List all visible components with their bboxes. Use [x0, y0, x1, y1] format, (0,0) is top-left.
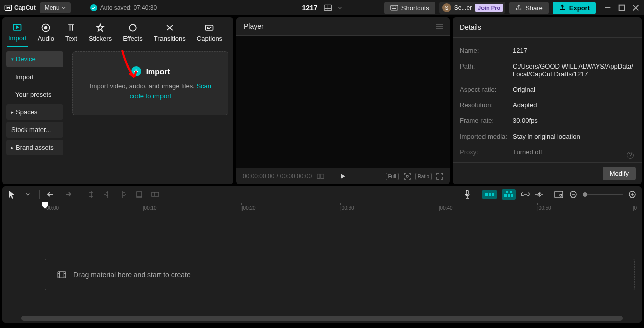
annotation-arrow: [118, 48, 143, 83]
tool-dropdown[interactable]: [23, 190, 32, 199]
avatar: S: [442, 3, 451, 12]
delete-left-tool[interactable]: [103, 190, 112, 199]
ruler-tick: 00:00: [46, 205, 59, 211]
sidebar-item-spaces[interactable]: ▸Spaces: [6, 104, 63, 120]
close-button[interactable]: [632, 4, 640, 12]
svg-rect-44: [58, 272, 66, 278]
svg-rect-35: [508, 194, 510, 197]
mic-button[interactable]: [463, 190, 472, 199]
ruler-tick: |0: [633, 205, 637, 211]
user-name: Se...er: [454, 4, 472, 11]
split-tool[interactable]: [87, 190, 96, 199]
detail-label-imported: Imported media:: [460, 133, 513, 140]
sidebar-item-brand[interactable]: ▸Brand assets: [6, 140, 63, 155]
crop-tool[interactable]: [135, 190, 144, 199]
tab-import[interactable]: Import: [7, 20, 28, 47]
undo-button[interactable]: [47, 190, 56, 199]
sidebar-item-import[interactable]: Import: [6, 69, 63, 85]
link-toggle[interactable]: [521, 190, 530, 199]
layout-icon[interactable]: [324, 4, 332, 11]
zoom-slider[interactable]: [583, 194, 623, 195]
ruler-tick: |00:50: [537, 205, 551, 211]
snap-toggle[interactable]: [535, 190, 544, 199]
maximize-button[interactable]: [618, 4, 626, 12]
shortcuts-button[interactable]: Shortcuts: [384, 2, 435, 14]
compare-icon[interactable]: [317, 173, 324, 180]
detail-value-proxy: Turned off: [513, 148, 542, 156]
user-chip[interactable]: S Se...er Join Pro: [439, 2, 505, 14]
tab-transitions[interactable]: Transitions: [153, 21, 187, 46]
player-viewport[interactable]: [236, 36, 450, 168]
media-sidebar: ▾Device Import Your presets ▸Spaces Stoc…: [2, 47, 67, 184]
import-drop-zone[interactable]: + Import Import video, audio, and image …: [72, 51, 228, 115]
timeline-scrollbar[interactable]: [21, 316, 623, 321]
svg-rect-28: [466, 190, 468, 195]
chevron-down-icon[interactable]: [338, 6, 342, 10]
transitions-icon: [165, 23, 175, 33]
svg-rect-32: [506, 191, 508, 193]
ratio-button[interactable]: Ratio: [415, 173, 432, 180]
tool-tabs: Import Audio Text Stickers Effects Trans…: [2, 17, 233, 47]
help-icon[interactable]: ?: [627, 152, 634, 159]
ruler-tick: |00:30: [340, 205, 354, 211]
text-icon: [66, 23, 76, 33]
sidebar-item-stock[interactable]: Stock mater...: [6, 122, 63, 138]
titlebar: CapCut Menu Auto saved: 07:40:30 1217 Sh…: [0, 0, 644, 15]
svg-rect-4: [391, 5, 398, 10]
zoom-in-button[interactable]: [628, 190, 637, 199]
timeline-ruler[interactable]: 00:00 |00:10 |00:20 |00:30 |00:40 |00:50…: [2, 203, 642, 214]
redo-button[interactable]: [63, 190, 72, 199]
effects-icon: [128, 23, 138, 33]
zoom-out-button[interactable]: [569, 190, 578, 199]
menu-button[interactable]: Menu: [40, 2, 71, 13]
tab-stickers[interactable]: Stickers: [88, 21, 113, 46]
chevron-down-icon: [62, 6, 66, 10]
detail-label-resolution: Resolution:: [460, 101, 513, 109]
timeline-drop-zone[interactable]: Drag material here and start to create: [45, 259, 635, 290]
adjust-tool[interactable]: [151, 190, 160, 199]
full-preview-button[interactable]: Full: [386, 173, 399, 180]
preview-toggle[interactable]: [554, 190, 564, 199]
plus-icon: +: [131, 66, 141, 76]
export-icon: [559, 4, 566, 11]
svg-rect-26: [152, 192, 159, 196]
magnet-track-toggle[interactable]: [502, 189, 516, 200]
tab-audio[interactable]: Audio: [37, 21, 55, 46]
join-pro-badge[interactable]: Join Pro: [475, 4, 503, 12]
svg-point-14: [129, 24, 136, 31]
play-button[interactable]: [339, 173, 346, 180]
sidebar-item-device[interactable]: ▾Device: [6, 51, 63, 67]
playhead[interactable]: [45, 203, 45, 323]
media-panel: Import Audio Text Stickers Effects Trans…: [2, 17, 233, 184]
tab-text[interactable]: Text: [64, 21, 78, 46]
detail-value-framerate: 30.00fps: [513, 117, 538, 124]
sidebar-item-presets[interactable]: Your presets: [6, 87, 63, 102]
import-description: Import video, audio, and image files. Sc…: [83, 81, 218, 101]
svg-rect-23: [321, 174, 324, 179]
delete-right-tool[interactable]: [119, 190, 128, 199]
hamburger-icon[interactable]: [436, 23, 443, 29]
detail-value-imported: Stay in original location: [513, 133, 580, 140]
svg-rect-25: [137, 192, 142, 197]
autosave-status: Auto saved: 07:40:30: [90, 4, 157, 11]
fullscreen-icon[interactable]: [436, 172, 444, 180]
ruler-tick: |00:10: [143, 205, 157, 211]
export-button[interactable]: Export: [553, 2, 596, 14]
magnet-main-toggle[interactable]: [482, 190, 497, 199]
details-title: Details: [453, 17, 642, 38]
share-button[interactable]: Share: [509, 2, 549, 14]
svg-rect-36: [511, 194, 513, 197]
details-panel: Details Name:1217 Path:C:/Users/GOOD WIL…: [453, 17, 642, 184]
tab-effects[interactable]: Effects: [122, 21, 144, 46]
total-time: 00:00:00:00: [280, 173, 312, 180]
tab-captions[interactable]: Captions: [196, 21, 223, 46]
crop-focus-icon[interactable]: [403, 172, 411, 180]
player-title: Player: [244, 22, 264, 30]
stickers-icon: [95, 23, 105, 33]
timeline-tracks[interactable]: Drag material here and start to create: [2, 214, 642, 316]
modify-button[interactable]: Modify: [603, 167, 636, 180]
current-time: 00:00:00:00: [243, 173, 274, 180]
minimize-button[interactable]: [604, 4, 612, 12]
selection-tool[interactable]: [7, 190, 16, 199]
svg-rect-29: [485, 193, 488, 196]
